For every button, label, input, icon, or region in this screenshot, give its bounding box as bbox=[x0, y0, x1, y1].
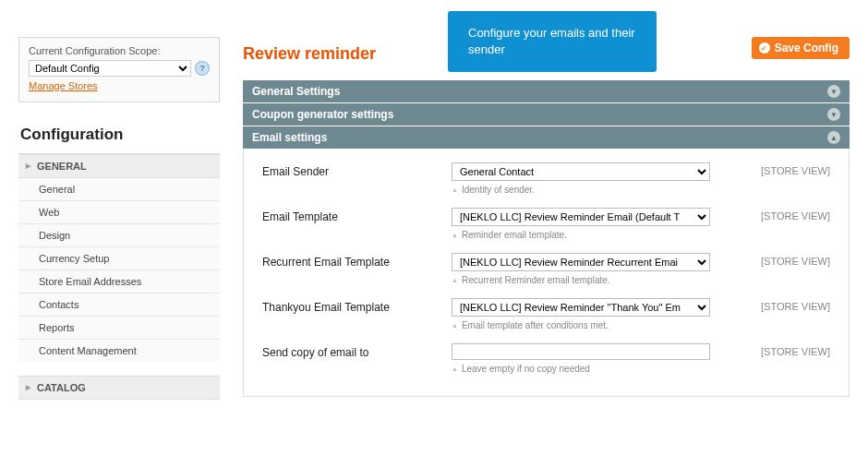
thankyou-template-select[interactable]: [NEKLO LLC] Review Reminder "Thank You" … bbox=[452, 298, 710, 317]
field-recurrent-template: Recurrent Email Template [NEKLO LLC] Rev… bbox=[262, 253, 830, 285]
nav-item-contacts[interactable]: Contacts bbox=[18, 293, 220, 317]
nav-section-catalog: CATALOG bbox=[18, 376, 220, 400]
chevron-down-icon: ▼ bbox=[827, 85, 840, 98]
field-email-sender: Email Sender General Contact Identity of… bbox=[262, 162, 830, 195]
nav-item-store-email[interactable]: Store Email Addresses bbox=[18, 270, 220, 293]
save-config-button[interactable]: ✓ Save Config bbox=[752, 37, 850, 59]
recurrent-template-scope: [STORE VIEW] bbox=[710, 253, 830, 267]
recurrent-template-hint: Recurrent Reminder email template. bbox=[452, 275, 710, 285]
config-heading: Configuration bbox=[18, 116, 220, 154]
copy-to-label: Send copy of email to bbox=[262, 343, 452, 359]
nav-header-general[interactable]: GENERAL bbox=[18, 154, 220, 178]
fieldset-email-header[interactable]: Email settings ▲ bbox=[243, 126, 850, 149]
fieldset-general-label: General Settings bbox=[252, 85, 340, 98]
scope-box: Current Configuration Scope: Default Con… bbox=[18, 37, 220, 102]
nav-item-web[interactable]: Web bbox=[18, 201, 220, 224]
email-sender-scope: [STORE VIEW] bbox=[710, 162, 830, 176]
nav-item-currency[interactable]: Currency Setup bbox=[18, 247, 220, 270]
scope-select[interactable]: Default Config bbox=[29, 60, 191, 77]
field-copy-to: Send copy of email to Leave empty if no … bbox=[262, 343, 830, 374]
fieldset-email-body: Email Sender General Contact Identity of… bbox=[243, 149, 850, 397]
main-content: Configure your emails and their sender R… bbox=[243, 37, 850, 400]
email-template-hint: Reminder email template. bbox=[452, 230, 710, 240]
nav-item-general[interactable]: General bbox=[18, 178, 220, 201]
sidebar: Current Configuration Scope: Default Con… bbox=[18, 37, 220, 400]
tooltip: Configure your emails and their sender bbox=[448, 11, 657, 72]
save-button-label: Save Config bbox=[775, 42, 838, 54]
fieldset-coupon-header[interactable]: Coupon generator settings ▼ bbox=[243, 102, 850, 126]
nav-item-content-management[interactable]: Content Management bbox=[18, 340, 220, 362]
thankyou-template-hint: Email template after conditions met. bbox=[452, 320, 710, 330]
recurrent-template-label: Recurrent Email Template bbox=[262, 253, 452, 269]
copy-to-scope: [STORE VIEW] bbox=[710, 343, 830, 357]
nav-item-design[interactable]: Design bbox=[18, 224, 220, 247]
fieldsets: General Settings ▼ Coupon generator sett… bbox=[243, 80, 850, 397]
email-sender-hint: Identity of sender. bbox=[452, 185, 710, 195]
field-thankyou-template: Thankyou Email Template [NEKLO LLC] Revi… bbox=[262, 298, 830, 330]
copy-to-hint: Leave empty if no copy needed bbox=[452, 364, 710, 374]
manage-stores-link[interactable]: Manage Stores bbox=[29, 80, 98, 91]
recurrent-template-select[interactable]: [NEKLO LLC] Review Reminder Recurrent Em… bbox=[452, 253, 710, 271]
thankyou-template-scope: [STORE VIEW] bbox=[710, 298, 830, 312]
fieldset-coupon-label: Coupon generator settings bbox=[252, 108, 393, 121]
field-email-template: Email Template [NEKLO LLC] Review Remind… bbox=[262, 208, 830, 240]
chevron-up-icon: ▲ bbox=[827, 131, 840, 144]
fieldset-email-label: Email settings bbox=[252, 131, 327, 144]
copy-to-input[interactable] bbox=[452, 343, 710, 360]
chevron-down-icon: ▼ bbox=[827, 108, 840, 121]
nav-item-reports[interactable]: Reports bbox=[18, 317, 220, 340]
email-sender-select[interactable]: General Contact bbox=[452, 162, 710, 181]
email-template-scope: [STORE VIEW] bbox=[710, 208, 830, 222]
nav-header-catalog[interactable]: CATALOG bbox=[18, 376, 220, 400]
email-sender-label: Email Sender bbox=[262, 162, 452, 178]
email-template-select[interactable]: [NEKLO LLC] Review Reminder Email (Defau… bbox=[452, 208, 710, 226]
email-template-label: Email Template bbox=[262, 208, 452, 223]
fieldset-general-header[interactable]: General Settings ▼ bbox=[243, 80, 850, 102]
help-icon[interactable]: ? bbox=[195, 61, 210, 76]
scope-label: Current Configuration Scope: bbox=[29, 45, 210, 56]
nav-section-general: GENERAL General Web Design Currency Setu… bbox=[18, 154, 220, 362]
thankyou-template-label: Thankyou Email Template bbox=[262, 298, 452, 314]
check-icon: ✓ bbox=[759, 42, 770, 54]
